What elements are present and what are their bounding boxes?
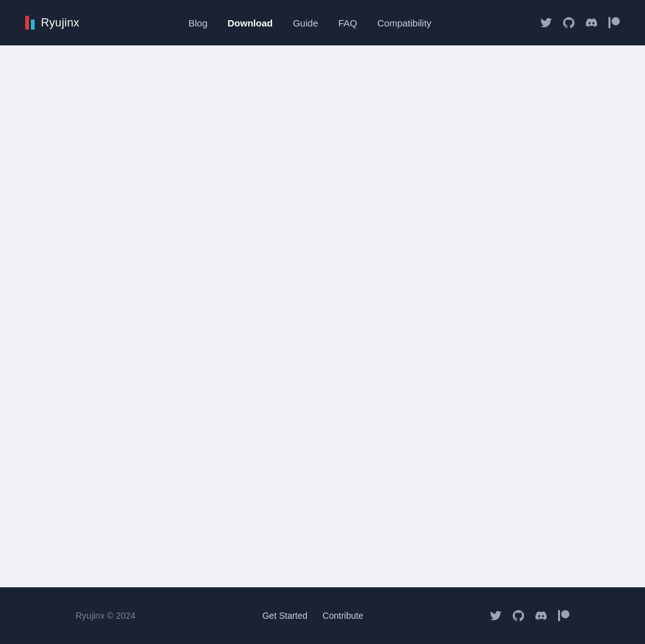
- logo-bar-blue: [31, 20, 35, 30]
- twitter-icon[interactable]: [540, 17, 552, 28]
- nav-item-guide[interactable]: Guide: [293, 18, 318, 28]
- discord-icon[interactable]: [586, 17, 597, 28]
- logo-bar-red: [25, 16, 29, 30]
- footer-links: Get Started Contribute: [262, 611, 363, 621]
- header-left: Ryujinx: [25, 16, 79, 30]
- patreon-icon[interactable]: [608, 17, 620, 28]
- footer-copyright: Ryujinx © 2024: [76, 611, 135, 621]
- footer: Ryujinx © 2024 Get Started Contribute: [0, 587, 645, 644]
- header-social-links: [540, 17, 620, 28]
- header: Ryujinx Blog Download Guide FAQ Compatib…: [0, 0, 645, 45]
- footer-link-contribute[interactable]: Contribute: [322, 611, 363, 621]
- footer-twitter-icon[interactable]: [490, 610, 501, 621]
- github-icon[interactable]: [563, 17, 574, 28]
- footer-discord-icon[interactable]: [535, 610, 547, 621]
- nav-item-download[interactable]: Download: [227, 18, 273, 28]
- nav-item-blog[interactable]: Blog: [188, 18, 207, 28]
- nav-item-compatibility[interactable]: Compatibility: [377, 18, 431, 28]
- logo-icon: [25, 16, 35, 30]
- footer-patreon-icon[interactable]: [558, 610, 569, 621]
- footer-link-get-started[interactable]: Get Started: [262, 611, 307, 621]
- footer-social-links: [490, 610, 569, 621]
- main-content: [0, 45, 645, 587]
- footer-github-icon[interactable]: [513, 610, 524, 621]
- main-nav: Blog Download Guide FAQ Compatibility: [188, 18, 431, 28]
- nav-item-faq[interactable]: FAQ: [338, 18, 357, 28]
- logo-link[interactable]: Ryujinx: [25, 16, 79, 30]
- logo-text: Ryujinx: [41, 16, 79, 30]
